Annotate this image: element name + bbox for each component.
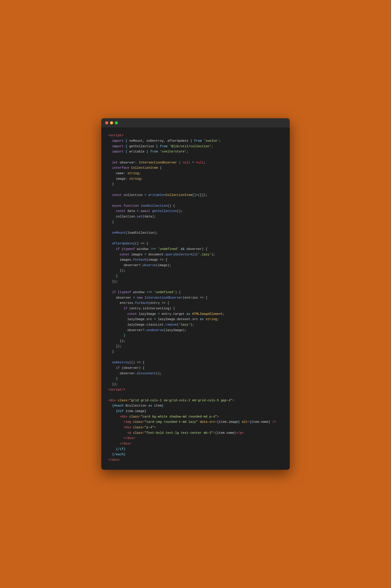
minimize-button[interactable] [110, 121, 113, 124]
titlebar [101, 118, 290, 128]
code-window: <script> import { onMount, onDestroy, af… [101, 118, 290, 469]
code-editor: <script> import { onMount, onDestroy, af… [101, 128, 290, 469]
maximize-button[interactable] [115, 121, 118, 124]
close-button[interactable] [105, 121, 108, 124]
code-content: <script> import { onMount, onDestroy, af… [108, 133, 283, 462]
